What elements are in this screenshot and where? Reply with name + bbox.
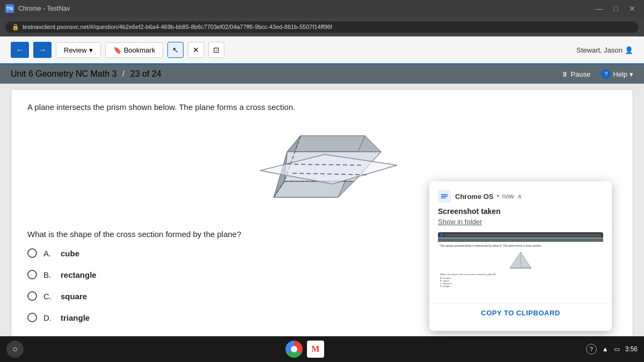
- expand-tool-button[interactable]: ⊡: [208, 42, 224, 58]
- choice-c-text: square: [61, 292, 87, 301]
- question-prompt: A plane intersects the prism shown below…: [27, 102, 617, 112]
- pause-icon: ⏸: [561, 70, 568, 78]
- help-label: Help: [613, 70, 627, 78]
- choice-b-text: rectangle: [61, 270, 97, 279]
- help-icon: ?: [601, 69, 611, 79]
- window-controls: — □ ✕: [592, 3, 639, 14]
- title-bar: TN Chrome - TestNav — □ ✕: [0, 0, 644, 17]
- notification-title: Screenshot taken: [438, 207, 603, 216]
- taskbar: ○ M ? ▲ ▭ 3:56: [0, 336, 644, 362]
- tool-icons: ↖ ✕ ⊡: [167, 42, 224, 58]
- launcher-button[interactable]: ○: [6, 341, 24, 358]
- radio-a[interactable]: [27, 248, 37, 258]
- url-text: testnavclient.psonsvc.net/#/question/4b2…: [23, 24, 332, 30]
- thumbnail-content: The square pyramid below is intersected …: [438, 232, 603, 297]
- bookmark-label: Bookmark: [124, 46, 156, 54]
- taskbar-right: ? ▲ ▭ 3:56: [586, 344, 638, 354]
- radio-d[interactable]: [27, 313, 37, 322]
- breadcrumb-progress: 23 of 24: [130, 69, 162, 78]
- forward-button[interactable]: →: [33, 42, 52, 58]
- review-button[interactable]: Review ▾: [56, 42, 101, 58]
- testnav-toolbar: ← → Review ▾ 🔖 Bookmark ↖ ✕ ⊡ Stewart, J…: [0, 36, 644, 64]
- pointer-tool-button[interactable]: ↖: [167, 42, 184, 58]
- choice-a-letter: A.: [43, 249, 54, 258]
- clock: 3:56: [625, 345, 638, 353]
- toolbar-left: ← → Review ▾ 🔖 Bookmark ↖ ✕ ⊡: [11, 42, 224, 58]
- review-label: Review: [64, 46, 87, 54]
- taskbar-left: ○: [6, 341, 24, 358]
- screenshot-thumbnail: The square pyramid below is intersected …: [438, 232, 603, 297]
- svg-rect-13: [441, 196, 448, 197]
- notification-source: Chrome OS: [455, 193, 494, 201]
- lock-icon: 🔒: [12, 24, 19, 31]
- breadcrumb-bar: Unit 6 Geometry NC Math 3 / 23 of 24 ⏸ P…: [0, 64, 644, 84]
- maximize-button[interactable]: □: [611, 3, 621, 14]
- user-info: Stewart, Jason 👤: [576, 46, 633, 54]
- choice-d-letter: D.: [43, 313, 54, 322]
- pause-button[interactable]: ⏸ Pause: [561, 70, 590, 78]
- user-icon: 👤: [625, 46, 633, 54]
- svg-rect-14: [441, 197, 445, 198]
- browser-favicon: TN: [5, 4, 14, 13]
- bookmark-icon: 🔖: [113, 46, 122, 54]
- wifi-icon[interactable]: ▲: [602, 345, 609, 353]
- choice-c-letter: C.: [43, 292, 54, 301]
- notification-title-row: Chrome OS • now ∧: [455, 193, 603, 201]
- breadcrumb-path: Unit 6 Geometry NC Math 3: [11, 69, 116, 78]
- close-button[interactable]: ✕: [626, 3, 639, 14]
- breadcrumb: Unit 6 Geometry NC Math 3 / 23 of 24: [11, 69, 162, 79]
- bookmark-button[interactable]: 🔖 Bookmark: [105, 42, 164, 58]
- notification-chevron[interactable]: ∧: [517, 193, 522, 200]
- title-bar-left: TN Chrome - TestNav: [5, 4, 70, 13]
- help-button[interactable]: ? Help ▾: [601, 69, 633, 79]
- radio-c[interactable]: [27, 291, 37, 301]
- copy-to-clipboard-button[interactable]: COPY TO CLIPBOARD: [429, 303, 612, 322]
- chrome-inner-circle: [291, 346, 297, 352]
- prism-svg: [231, 122, 413, 219]
- review-chevron: ▾: [89, 46, 93, 54]
- radio-b[interactable]: [27, 270, 37, 279]
- choice-d-text: triangle: [61, 313, 90, 322]
- notification-dot: •: [497, 193, 499, 200]
- user-name: Stewart, Jason: [576, 46, 623, 54]
- gmail-app-icon[interactable]: M: [307, 341, 324, 358]
- question-mark-icon[interactable]: ?: [586, 344, 597, 354]
- help-chevron: ▾: [630, 70, 633, 78]
- tab-title: Chrome - TestNav: [18, 5, 70, 12]
- svg-rect-12: [441, 194, 448, 195]
- pause-label: Pause: [570, 70, 590, 78]
- address-bar: 🔒 testnavclient.psonsvc.net/#/question/4…: [0, 17, 644, 36]
- minimize-button[interactable]: —: [592, 3, 606, 14]
- notification-popup: Chrome OS • now ∧ Screenshot taken Show …: [429, 181, 612, 331]
- notification-time: now: [502, 193, 514, 200]
- notification-app-icon: [438, 190, 451, 203]
- choice-a-text: cube: [61, 249, 79, 258]
- close-tool-button[interactable]: ✕: [188, 42, 204, 58]
- show-in-folder-link[interactable]: Show in folder: [438, 218, 603, 226]
- notification-header: Chrome OS • now ∧: [438, 190, 603, 203]
- choice-b-letter: B.: [43, 270, 54, 279]
- chrome-app-icon[interactable]: [286, 341, 303, 358]
- url-field[interactable]: 🔒 testnavclient.psonsvc.net/#/question/4…: [5, 21, 639, 33]
- breadcrumb-actions: ⏸ Pause ? Help ▾: [561, 69, 633, 79]
- battery-icon: ▭: [614, 345, 620, 353]
- back-button[interactable]: ←: [11, 42, 29, 58]
- taskbar-center: M: [286, 341, 324, 358]
